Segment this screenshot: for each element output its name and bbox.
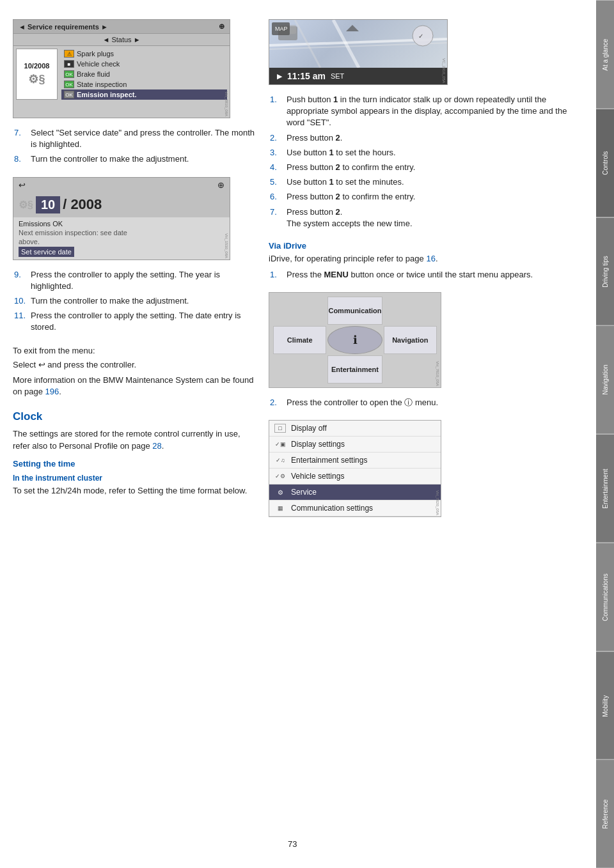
tab-entertainment[interactable]: Entertainment xyxy=(596,434,614,543)
screen-watermark: VH_7610_05A xyxy=(436,361,439,386)
step-number: 10. xyxy=(14,295,27,307)
clock-body: The settings are stored for the remote c… xyxy=(13,429,240,451)
page-number: 73 xyxy=(288,833,297,855)
more-info-end: . xyxy=(59,387,61,396)
step-text: Use button 1 to set the minutes. xyxy=(287,176,583,188)
tab-driving-tips[interactable]: Driving tips xyxy=(596,217,614,326)
step-text: Press button 2. xyxy=(287,132,583,144)
grid-empty xyxy=(384,355,437,384)
item-label: Emission inspect. xyxy=(77,91,137,98)
step-10: 10. Turn the controller to make the adju… xyxy=(14,295,256,307)
in-cluster-text: To set the 12h/24h mode, refer to Settin… xyxy=(13,485,256,497)
map-area: MAP ✓ xyxy=(269,20,447,68)
set-label: SET xyxy=(331,72,344,80)
menu-icon: □ xyxy=(274,424,286,433)
menu-label: Service xyxy=(291,488,317,497)
menu-icon: ✓♫ xyxy=(274,456,286,465)
status-bar: ◄ Status ► xyxy=(13,34,230,46)
idrive-intro-link[interactable]: 16 xyxy=(426,254,435,263)
step-vi1: 1. Press the MENU button once or twice u… xyxy=(270,269,583,281)
step-text: Turn the controller to make the adjustme… xyxy=(31,295,256,307)
steps-9-11: 9. Press the controller to apply the set… xyxy=(13,269,256,334)
year-text: / 2008 xyxy=(63,196,102,213)
step-number: 2. xyxy=(270,397,283,408)
step-text: Press button 2.The system accepts the ne… xyxy=(287,206,583,229)
top-bar: ↩ ⊕ xyxy=(13,178,230,192)
item-label: Vehicle check xyxy=(77,60,120,68)
step-7: 7. Select "Set service date" and press t… xyxy=(14,127,256,150)
time-bar: ▶ 11:15 am SET xyxy=(269,68,447,84)
map-svg: MAP ✓ xyxy=(269,20,447,68)
menu-label: Display settings xyxy=(291,440,345,449)
tab-mobility[interactable]: Mobility xyxy=(596,651,614,760)
grid-empty xyxy=(384,297,437,325)
warn-icon: ⚠ xyxy=(64,50,74,58)
ok-icon: OK xyxy=(64,70,74,78)
info-line3: above. xyxy=(19,238,224,245)
list-item-selected: OK Emission inspect. xyxy=(61,89,227,100)
clock-section-title: Clock xyxy=(13,410,256,423)
item-label: State inspection xyxy=(77,81,127,88)
idrive-menu-grid: Communication Climate ℹ Navigation Enter… xyxy=(273,297,437,384)
settings-icon: ⊕ xyxy=(219,22,224,31)
clock-time-screen: MAP ✓ ▶ 11:15 am SET VC_2910_05A xyxy=(269,19,448,85)
menu-item-entertainment-settings: ✓♫ Entertainment settings xyxy=(269,453,441,469)
step-r7: 7. Press button 2.The system accepts the… xyxy=(270,206,583,229)
via-idrive-intro: iDrive, for operating principle refer to… xyxy=(269,253,583,265)
via-idrive-title: Via iDrive xyxy=(269,241,583,251)
service-menu-screen: □ Display off ✓▣ Display settings ✓♫ Ent… xyxy=(269,420,441,517)
tab-reference[interactable]: Reference xyxy=(596,759,614,868)
date-edit-screen: ↩ ⊕ ⚙§ 10 / 2008 Emissions OK Next emiss… xyxy=(13,177,230,260)
step-number: 4. xyxy=(270,162,283,173)
step-number: 9. xyxy=(14,269,27,292)
ok-icon: OK xyxy=(64,81,74,88)
in-cluster-title: In the instrument cluster xyxy=(13,474,256,483)
side-tabs: At a glance Controls Driving tips Naviga… xyxy=(596,0,614,868)
step-11: 11. Press the controller to apply the se… xyxy=(14,310,256,333)
car-symbol: ⚙§ xyxy=(28,72,45,86)
via-idrive-step1: 1. Press the MENU button once or twice u… xyxy=(269,269,583,281)
menu-item-display-settings: ✓▣ Display settings xyxy=(269,437,441,453)
list-item: ⚠ Spark plugs xyxy=(61,49,227,59)
main-content: ◄ Service requirements ► ⊕ ◄ Status ► 10… xyxy=(0,0,596,552)
list-item: OK Brake fluid xyxy=(61,69,227,79)
header-text: ◄ Service requirements ► xyxy=(19,23,108,31)
menu-label: Display off xyxy=(291,424,327,433)
info-area: Emissions OK Next emission inspection: s… xyxy=(13,217,230,260)
date-display: ⚙§ 10 / 2008 xyxy=(13,192,230,217)
step-number: 3. xyxy=(270,147,283,159)
menu-icon: ▦ xyxy=(274,504,286,513)
step-text: Press button 2 to confirm the entry. xyxy=(287,162,583,173)
ok-icon: OK xyxy=(64,91,74,98)
tab-controls[interactable]: Controls xyxy=(596,109,614,217)
menu-item-display-off: □ Display off xyxy=(269,421,441,437)
screen-watermark: VH_1530_08A xyxy=(224,233,228,258)
menu-icon: ✓⚙ xyxy=(274,472,286,481)
menu-item-vehicle-settings: ✓⚙ Vehicle settings xyxy=(269,469,441,484)
grid-cell-communication: Communication xyxy=(327,297,382,325)
list-item: OK State inspection xyxy=(61,79,227,89)
more-info: More information on the BMW Maintenance … xyxy=(13,375,256,398)
car-icon: ⚙§ xyxy=(19,199,33,211)
tab-navigation[interactable]: Navigation xyxy=(596,325,614,434)
info-line4: Set service date xyxy=(19,247,74,257)
play-icon: ▶ xyxy=(277,72,282,81)
step-number: 7. xyxy=(270,206,283,229)
clock-page-link[interactable]: 28 xyxy=(152,441,161,451)
tab-at-a-glance[interactable]: At a glance xyxy=(596,0,614,109)
more-info-link[interactable]: 196 xyxy=(45,387,59,396)
svg-text:MAP: MAP xyxy=(275,26,288,32)
info-line2: Next emission inspection: see date xyxy=(19,229,224,236)
setting-time-title: Setting the time xyxy=(13,459,256,469)
grid-cell-navigation: Navigation xyxy=(384,326,437,354)
step-text: Use button 1 to set the hours. xyxy=(287,147,583,159)
right-column: MAP ✓ ▶ 11:15 am SET VC_2910_05A 1. Push xyxy=(269,19,583,526)
settings-icon: ⊕ xyxy=(217,180,224,190)
content-area: 10/2008 ⚙§ ⚠ Spark plugs ■ Vehicle check… xyxy=(13,46,230,102)
tab-communications[interactable]: Communications xyxy=(596,543,614,651)
step-number: 2. xyxy=(270,132,283,144)
screen-watermark: VC_2910_05A xyxy=(442,58,446,83)
step-text: Press the controller to apply the settin… xyxy=(31,269,256,292)
step-text: Press the MENU button once or twice unti… xyxy=(287,269,583,281)
grid-empty xyxy=(273,297,326,325)
